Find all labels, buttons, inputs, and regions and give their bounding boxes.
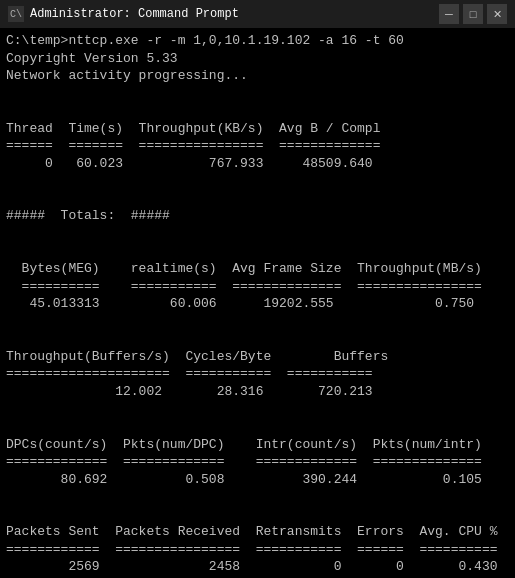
close-button[interactable]: ✕	[487, 4, 507, 24]
window-controls: ─ □ ✕	[439, 4, 507, 24]
title-bar-left: C\ Administrator: Command Prompt	[8, 6, 239, 22]
window-title: Administrator: Command Prompt	[30, 7, 239, 21]
terminal-output: C:\temp>nttcp.exe -r -m 1,0,10.1.19.102 …	[0, 28, 515, 578]
cmd-icon: C\	[8, 6, 24, 22]
maximize-button[interactable]: □	[463, 4, 483, 24]
minimize-button[interactable]: ─	[439, 4, 459, 24]
title-bar: C\ Administrator: Command Prompt ─ □ ✕	[0, 0, 515, 28]
